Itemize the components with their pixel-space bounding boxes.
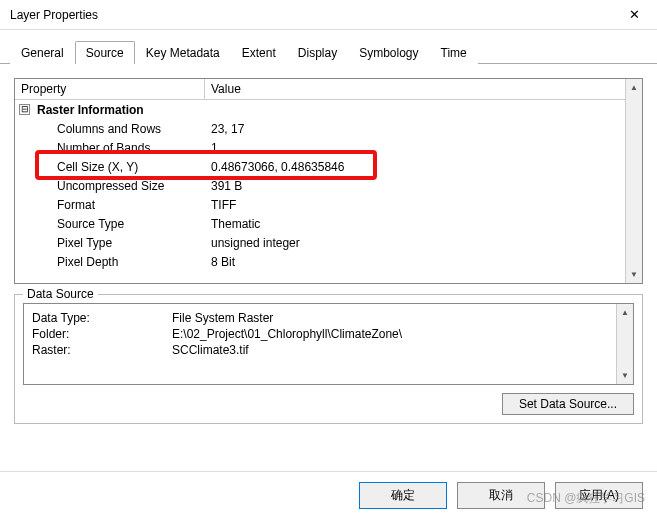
prop-value: 1 — [205, 141, 625, 155]
table-row: Source TypeThematic — [15, 214, 625, 233]
tab-general[interactable]: General — [10, 41, 75, 64]
prop-label: Pixel Type — [15, 236, 205, 250]
close-button[interactable]: ✕ — [612, 0, 657, 30]
table-row: Columns and Rows23, 17 — [15, 119, 625, 138]
fieldset-legend: Data Source — [23, 287, 98, 301]
prop-label: Columns and Rows — [15, 122, 205, 136]
collapse-icon[interactable]: ⊟ — [19, 104, 30, 115]
tab-source[interactable]: Source — [75, 41, 135, 64]
grid-scrollbar[interactable]: ▲ ▼ — [625, 79, 642, 283]
prop-label: Cell Size (X, Y) — [15, 160, 205, 174]
table-row: Cell Size (X, Y)0.48673066, 0.48635846 — [15, 157, 625, 176]
tab-display[interactable]: Display — [287, 41, 348, 64]
close-icon: ✕ — [629, 7, 640, 22]
property-grid: Property Value ⊟ Raster Information Colu… — [14, 78, 643, 284]
cancel-button[interactable]: 取消 — [457, 482, 545, 509]
ds-value: File System Raster — [172, 310, 402, 326]
scroll-down-icon[interactable]: ▼ — [617, 367, 633, 384]
ds-label: Folder: — [32, 326, 172, 342]
titlebar: Layer Properties ✕ — [0, 0, 657, 30]
prop-value: 0.48673066, 0.48635846 — [205, 160, 625, 174]
tab-key-metadata[interactable]: Key Metadata — [135, 41, 231, 64]
set-data-source-button[interactable]: Set Data Source... — [502, 393, 634, 415]
prop-label: Number of Bands — [15, 141, 205, 155]
tab-symbology[interactable]: Symbology — [348, 41, 429, 64]
ds-scrollbar[interactable]: ▲ ▼ — [616, 304, 633, 384]
ds-value: SCClimate3.tif — [172, 342, 402, 358]
prop-label: Source Type — [15, 217, 205, 231]
table-row: Pixel Depth8 Bit — [15, 252, 625, 271]
ds-label: Raster: — [32, 342, 172, 358]
data-source-box: Data Type: Folder: Raster: File System R… — [23, 303, 634, 385]
group-raster-information[interactable]: ⊟ Raster Information — [15, 100, 625, 119]
scroll-down-icon[interactable]: ▼ — [626, 266, 642, 283]
prop-value: unsigned integer — [205, 236, 625, 250]
dialog-footer: 确定 取消 应用(A) — [0, 471, 657, 519]
prop-value: 391 B — [205, 179, 625, 193]
prop-value: TIFF — [205, 198, 625, 212]
prop-value: Thematic — [205, 217, 625, 231]
tab-extent[interactable]: Extent — [231, 41, 287, 64]
scroll-up-icon[interactable]: ▲ — [626, 79, 642, 96]
tab-time[interactable]: Time — [430, 41, 478, 64]
grid-header: Property Value — [15, 79, 625, 100]
tabs: General Source Key Metadata Extent Displ… — [0, 30, 657, 64]
header-value: Value — [205, 79, 625, 99]
table-row: Uncompressed Size391 B — [15, 176, 625, 195]
apply-button[interactable]: 应用(A) — [555, 482, 643, 509]
window-title: Layer Properties — [10, 8, 98, 22]
group-label: Raster Information — [15, 103, 205, 117]
scroll-up-icon[interactable]: ▲ — [617, 304, 633, 321]
prop-label: Uncompressed Size — [15, 179, 205, 193]
prop-value: 8 Bit — [205, 255, 625, 269]
table-row: Number of Bands1 — [15, 138, 625, 157]
ds-label: Data Type: — [32, 310, 172, 326]
ok-button[interactable]: 确定 — [359, 482, 447, 509]
prop-label: Pixel Depth — [15, 255, 205, 269]
table-row: FormatTIFF — [15, 195, 625, 214]
ds-value: E:\02_Project\01_Chlorophyll\ClimateZone… — [172, 326, 402, 342]
table-row: Pixel Typeunsigned integer — [15, 233, 625, 252]
header-property: Property — [15, 79, 205, 99]
prop-label: Format — [15, 198, 205, 212]
source-panel: Property Value ⊟ Raster Information Colu… — [0, 64, 657, 438]
prop-value: 23, 17 — [205, 122, 625, 136]
data-source-fieldset: Data Source Data Type: Folder: Raster: F… — [14, 294, 643, 424]
